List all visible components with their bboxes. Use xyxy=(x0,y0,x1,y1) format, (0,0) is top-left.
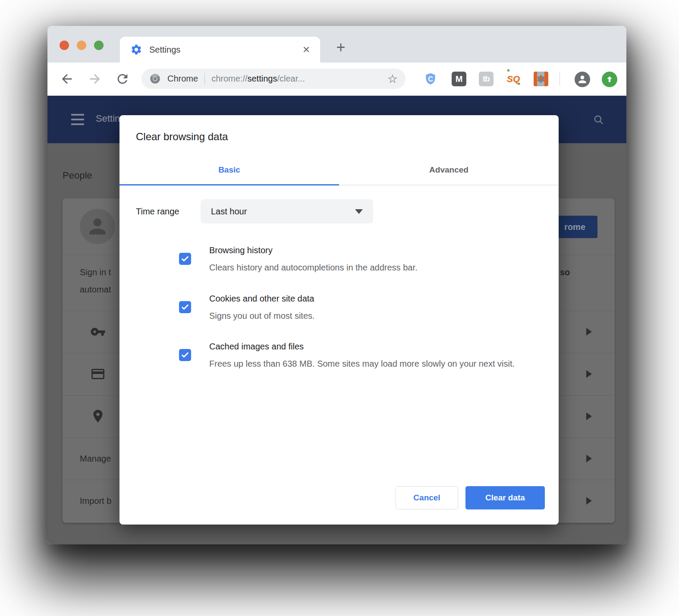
profile-avatar-large xyxy=(80,209,115,244)
site-name-label: Chrome xyxy=(167,74,198,84)
signin-text-line1: Sign in t xyxy=(80,267,111,277)
time-range-select[interactable]: Last hour xyxy=(201,199,373,223)
extension-gear-icon[interactable] xyxy=(534,72,548,86)
extension-shield-icon[interactable]: C xyxy=(423,72,438,86)
option-title: Cookies and other site data xyxy=(209,290,580,307)
tab-close-icon[interactable]: × xyxy=(303,44,310,56)
option-browsing-history: Browsing history Clears history and auto… xyxy=(179,242,580,276)
browser-toolbar: Chrome chrome://settings/clear... ☆ C M … xyxy=(47,63,626,96)
window-controls xyxy=(60,41,104,50)
chevron-right-icon[interactable] xyxy=(586,455,592,462)
chrome-logo-icon xyxy=(149,73,161,85)
option-title: Cached images and files xyxy=(209,338,580,355)
browsing-history-checkbox[interactable] xyxy=(179,253,191,265)
bookmark-star-icon[interactable]: ☆ xyxy=(387,72,398,86)
back-icon[interactable] xyxy=(60,72,74,86)
clear-data-button[interactable]: Clear data xyxy=(465,486,545,509)
signin-text-line2: automat xyxy=(80,285,111,295)
option-description: Signs you out of most sites. xyxy=(209,307,580,324)
import-row-label[interactable]: Import b xyxy=(80,496,111,506)
url-host: settings xyxy=(248,74,277,83)
manage-row-label[interactable]: Manage xyxy=(80,454,111,464)
option-description: Frees up less than 638 MB. Some sites ma… xyxy=(209,355,580,372)
tab-settings[interactable]: Settings × xyxy=(120,37,320,63)
minimize-window-button[interactable] xyxy=(77,41,86,50)
menu-icon[interactable] xyxy=(71,114,84,125)
update-arrow-icon[interactable] xyxy=(602,72,617,87)
browser-window: Settings × + Chrome chrome://settings/cl xyxy=(47,26,626,544)
dialog-title: Clear browsing data xyxy=(136,131,228,143)
svg-text:C: C xyxy=(428,75,433,83)
dialog-tabbar: Basic Advanced xyxy=(119,155,559,185)
chevron-right-icon[interactable] xyxy=(586,370,592,378)
extension-sq-icon[interactable]: SQ * * xyxy=(506,72,521,86)
chevron-right-icon[interactable] xyxy=(586,497,592,505)
extension-m-icon[interactable]: M xyxy=(452,72,466,86)
url-text: chrome://settings/clear... xyxy=(211,74,305,84)
time-range-label: Time range xyxy=(136,199,179,223)
toolbar-divider xyxy=(560,72,560,86)
tab-strip: Settings × + xyxy=(47,26,626,63)
key-icon xyxy=(90,324,106,339)
cached-files-checkbox[interactable] xyxy=(179,349,191,361)
time-range-value: Last hour xyxy=(211,207,247,217)
search-icon[interactable] xyxy=(593,114,604,126)
cancel-button[interactable]: Cancel xyxy=(396,486,458,509)
dropdown-caret-icon xyxy=(355,209,363,214)
zoom-window-button[interactable] xyxy=(94,41,104,50)
tab-title: Settings xyxy=(149,45,180,55)
chevron-right-icon[interactable] xyxy=(586,328,592,336)
settings-gear-favicon xyxy=(130,44,142,56)
profile-avatar-icon[interactable] xyxy=(575,72,590,87)
location-pin-icon xyxy=(90,409,106,424)
forward-icon xyxy=(88,72,102,86)
url-path: /clear... xyxy=(277,74,305,83)
address-bar[interactable]: Chrome chrome://settings/clear... ☆ xyxy=(141,69,406,89)
close-window-button[interactable] xyxy=(60,41,69,50)
cookies-checkbox[interactable] xyxy=(179,301,191,313)
option-cached-files: Cached images and files Frees up less th… xyxy=(179,338,580,372)
option-title: Browsing history xyxy=(209,242,580,259)
tab-advanced[interactable]: Advanced xyxy=(339,155,559,185)
chevron-right-icon[interactable] xyxy=(586,412,592,420)
url-scheme: chrome:// xyxy=(211,74,247,83)
extension-tb-icon[interactable]: tb xyxy=(479,72,494,86)
tab-basic[interactable]: Basic xyxy=(119,155,339,185)
reload-icon[interactable] xyxy=(115,72,130,86)
option-description: Clears history and autocompletions in th… xyxy=(209,259,580,276)
clear-browsing-data-dialog: Clear browsing data Basic Advanced Time … xyxy=(119,115,559,525)
credit-card-icon xyxy=(90,366,106,382)
people-section-title: People xyxy=(63,170,92,181)
new-tab-button[interactable]: + xyxy=(332,39,349,56)
option-cookies: Cookies and other site data Signs you ou… xyxy=(179,290,580,324)
url-separator xyxy=(204,73,205,85)
